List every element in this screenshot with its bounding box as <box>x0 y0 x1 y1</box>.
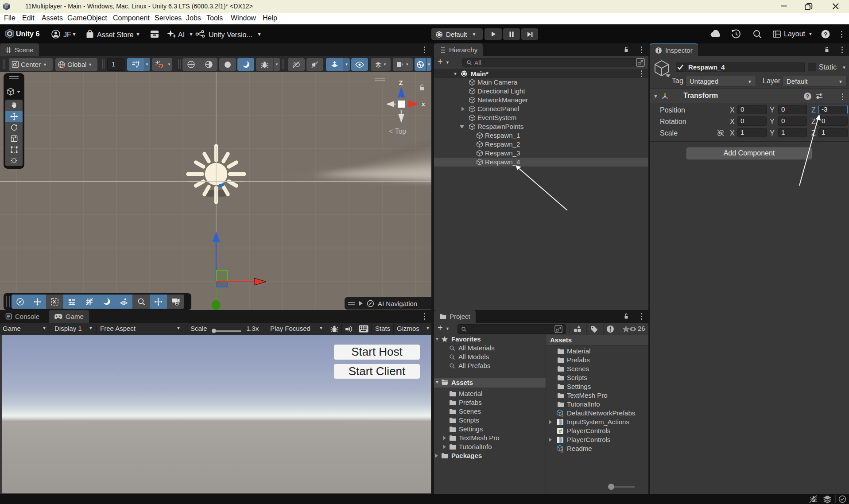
svg-text:U: U <box>5 5 8 9</box>
svg-text:< Top: < Top <box>389 128 406 135</box>
svg-text:Y: Y <box>136 65 138 69</box>
svg-text:x: x <box>422 101 425 108</box>
svg-text:?: ? <box>824 31 827 38</box>
svg-text:Z: Z <box>399 79 403 86</box>
svg-text:?: ? <box>806 93 809 100</box>
